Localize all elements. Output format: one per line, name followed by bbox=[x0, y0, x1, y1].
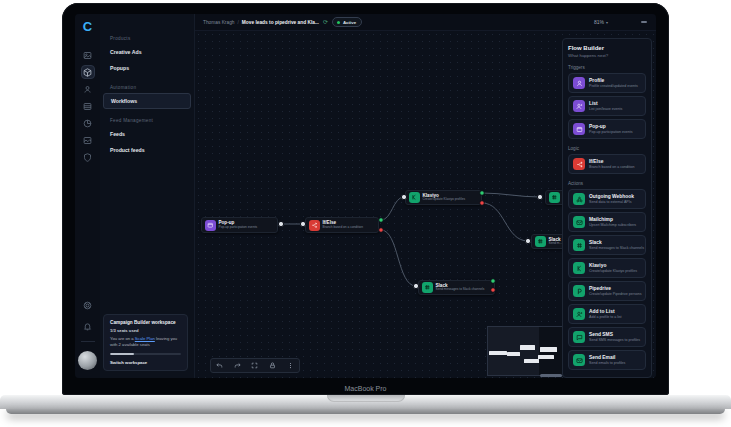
card-subtitle: Create/update Klaviyo profiles bbox=[589, 269, 637, 273]
laptop-base-edge bbox=[6, 409, 725, 414]
action-card-send-sms[interactable]: Send SMSSend SMS messages to profiles bbox=[568, 327, 646, 347]
card-title: Send SMS bbox=[589, 332, 640, 338]
app-logo[interactable]: C bbox=[75, 20, 100, 34]
app-window: C bbox=[75, 14, 656, 378]
action-card-mailchimp[interactable]: MailchimpUpsert Mailchimp subscribers bbox=[568, 212, 646, 232]
lock-icon[interactable] bbox=[268, 361, 277, 370]
panel-title: Flow Builder bbox=[568, 45, 646, 51]
trigger-card-profile[interactable]: ProfileProfile created/updated events bbox=[568, 73, 646, 93]
sidebar: Products Creative Ads Popups Automation … bbox=[100, 14, 195, 378]
action-card-outgoing-webhook[interactable]: Outgoing WebhookSend data to external AP… bbox=[568, 189, 646, 209]
klaviyo-icon bbox=[573, 262, 585, 274]
sidebar-section-automation: Automation bbox=[110, 85, 184, 90]
card-title: Profile bbox=[589, 78, 638, 84]
card-title: Pop-up bbox=[589, 124, 633, 130]
action-card-klaviyo[interactable]: KlaviyoCreate/update Klaviyo profiles bbox=[568, 258, 646, 278]
device-label: MacBook Pro bbox=[62, 385, 669, 392]
node-ifelse[interactable]: If/ElseBranch based on a condition bbox=[305, 217, 379, 233]
fit-view-icon[interactable] bbox=[250, 361, 259, 370]
section-triggers: Triggers bbox=[568, 65, 646, 70]
media-icon[interactable] bbox=[81, 133, 95, 147]
minimap[interactable] bbox=[487, 326, 565, 376]
user-avatar[interactable] bbox=[78, 351, 97, 370]
panel-subtitle: What happens next? bbox=[568, 53, 646, 58]
workflows-icon[interactable] bbox=[81, 65, 95, 79]
trigger-card-popup[interactable]: Pop-upPop-up participation events bbox=[568, 119, 646, 139]
collapse-icon[interactable] bbox=[641, 21, 647, 23]
support-icon[interactable] bbox=[82, 299, 94, 311]
workspace-seats: 1/3 seats used bbox=[110, 328, 181, 333]
card-subtitle: Upsert Mailchimp subscribers bbox=[589, 223, 636, 227]
node-slack-bottom[interactable]: SlackSend messages to Slack channels bbox=[418, 280, 495, 295]
breadcrumb-user[interactable]: Thomas Kragh bbox=[203, 20, 234, 25]
slack-node-icon bbox=[422, 282, 433, 293]
sidebar-item-popups[interactable]: Popups bbox=[100, 60, 194, 76]
popup-icon bbox=[573, 123, 585, 135]
card-subtitle: Pop-up participation events bbox=[589, 130, 633, 134]
user-plus-icon bbox=[573, 100, 585, 112]
workspace-title: Campaign Builder workspace bbox=[110, 320, 181, 325]
canvas-toolbar bbox=[210, 358, 300, 373]
minimap-node bbox=[538, 355, 554, 359]
card-title: Slack bbox=[589, 240, 644, 246]
card-subtitle: Send SMS messages to profiles bbox=[589, 338, 640, 342]
switch-workspace-button[interactable]: Switch workspace bbox=[110, 360, 181, 365]
action-card-send-email[interactable]: Send EmailSend emails to profiles bbox=[568, 350, 646, 370]
card-title: Klaviyo bbox=[589, 263, 637, 269]
status-badge[interactable]: Active bbox=[332, 17, 362, 27]
sidebar-item-workflows[interactable]: Workflows bbox=[103, 93, 191, 109]
sidebar-item-product-feeds[interactable]: Product feeds bbox=[100, 142, 194, 158]
card-subtitle: Profile created/updated events bbox=[589, 84, 638, 88]
horizontal-scrollbar[interactable] bbox=[540, 374, 562, 377]
section-actions: Actions bbox=[568, 181, 646, 186]
workspace-card: Campaign Builder workspace 1/3 seats use… bbox=[103, 314, 188, 371]
analytics-icon[interactable] bbox=[81, 116, 95, 130]
breadcrumb-flow-title[interactable]: Move leads to pipedrive and Kla... bbox=[242, 20, 319, 25]
action-card-add-to-list[interactable]: Add to ListAdd a profile to a list bbox=[568, 304, 646, 324]
node-subtitle: Pop-up participation events bbox=[219, 226, 258, 230]
minimap-node bbox=[520, 345, 535, 350]
minimap-node bbox=[507, 352, 520, 356]
slack-node-icon bbox=[535, 236, 546, 247]
card-title: Mailchimp bbox=[589, 217, 636, 223]
chat-icon bbox=[573, 331, 585, 343]
audience-icon[interactable] bbox=[81, 82, 95, 96]
sidebar-item-creative-ads[interactable]: Creative Ads bbox=[100, 44, 194, 60]
security-icon[interactable] bbox=[81, 150, 95, 164]
chevron-down-icon: ▾ bbox=[606, 20, 608, 25]
node-popup[interactable]: Pop-upPop-up participation events bbox=[201, 217, 278, 233]
branch-icon bbox=[573, 158, 585, 170]
creative-ads-icon[interactable] bbox=[81, 48, 95, 62]
workspace-plan-text: You are on a Scale Plan leaving you with… bbox=[110, 336, 181, 349]
sidebar-item-feeds[interactable]: Feeds bbox=[100, 126, 194, 142]
zoom-level-control[interactable]: 81% ▾ bbox=[594, 19, 608, 25]
node-subtitle: Send m... bbox=[549, 242, 563, 246]
plan-prefix: You are on a bbox=[110, 336, 135, 341]
status-dot-icon bbox=[337, 21, 340, 24]
logic-card-ifelse[interactable]: If/ElseBranch based on a condition bbox=[568, 154, 646, 174]
section-logic: Logic bbox=[568, 146, 646, 151]
laptop-base bbox=[0, 395, 731, 409]
pipedrive-icon bbox=[573, 285, 585, 297]
icon-rail: C bbox=[75, 14, 101, 378]
node-subtitle: Create/update Klaviyo profiles bbox=[423, 198, 466, 202]
ifelse-node-icon bbox=[309, 220, 320, 231]
node-klaviyo[interactable]: KlaviyoCreate/update Klaviyo profiles bbox=[405, 190, 482, 205]
feeds-icon[interactable] bbox=[81, 99, 95, 113]
mail-icon bbox=[573, 216, 585, 228]
connector-node-icon bbox=[549, 192, 560, 203]
redo-icon[interactable] bbox=[233, 361, 242, 370]
slack-icon bbox=[573, 239, 585, 251]
user-icon bbox=[573, 77, 585, 89]
action-card-pipedrive[interactable]: PipedriveCreate/update Pipedrive persons bbox=[568, 281, 646, 301]
notifications-icon[interactable] bbox=[82, 320, 94, 332]
scale-plan-link[interactable]: Scale Plan bbox=[135, 336, 155, 341]
sync-icon[interactable]: ⟳ bbox=[323, 19, 328, 25]
action-card-slack[interactable]: SlackSend messages to Slack channels bbox=[568, 235, 646, 255]
laptop-notch bbox=[327, 395, 405, 402]
user-add-icon bbox=[573, 308, 585, 320]
trigger-card-list[interactable]: ListList join/leave events bbox=[568, 96, 646, 116]
undo-icon[interactable] bbox=[215, 361, 224, 370]
more-options-icon[interactable] bbox=[286, 361, 295, 370]
minimap-node bbox=[524, 359, 539, 363]
